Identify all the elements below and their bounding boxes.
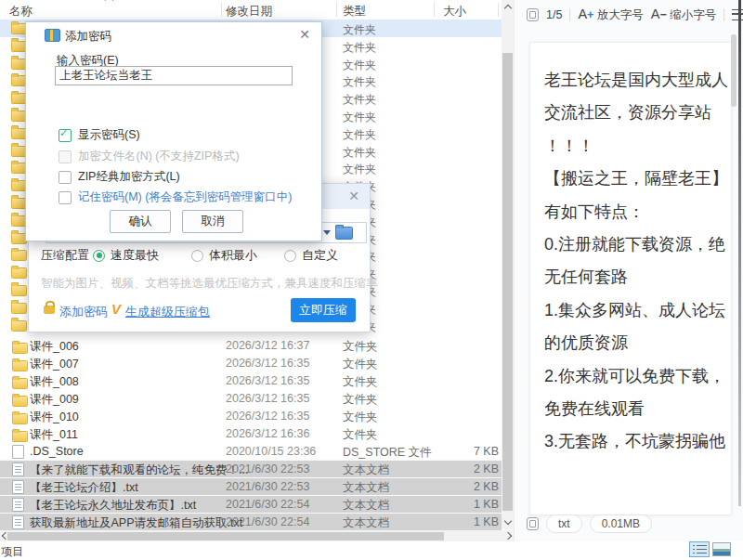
cancel-button[interactable]: 取消: [182, 210, 243, 233]
column-divider[interactable]: [336, 3, 337, 17]
file-name[interactable]: 课件_011: [30, 427, 78, 443]
file-icon-slot: [12, 339, 28, 353]
folder-icon: [12, 396, 28, 407]
pane-right-edge: [738, 0, 741, 506]
details-view-button[interactable]: [689, 541, 710, 557]
scroll-up-icon[interactable]: [504, 5, 512, 12]
radio-label: 自定义: [302, 247, 338, 264]
file-date: 2021/6/30 22:53: [226, 480, 309, 493]
thumbnail-view-button[interactable]: [712, 542, 731, 556]
file-type: 文件夹: [343, 339, 378, 355]
column-size[interactable]: 大小: [443, 4, 466, 20]
horizontal-scrollbar[interactable]: [0, 530, 514, 541]
file-icon-slot: [12, 410, 28, 423]
table-row[interactable]: 【老王论坛永久地址发布页】.txt 2021/6/30 22:54 文本文档 1…: [0, 495, 502, 513]
checkbox-icon[interactable]: ✓: [59, 129, 72, 142]
scroll-down-icon[interactable]: [504, 517, 512, 525]
add-password-dialog: 添加密码 ✕ 输入密码(E) ✓ 显示密码(S) ✓ 加密文件名(N) (不支持…: [25, 21, 322, 241]
radio-option[interactable]: 自定义: [284, 247, 338, 264]
preview-text-line: 1.集众多网站、成人论坛: [544, 294, 731, 327]
table-row[interactable]: 课件_007 2026/3/12 16:35 文件夹: [0, 354, 502, 371]
add-password-link[interactable]: 添加密码: [59, 304, 108, 320]
table-row[interactable]: 【老王论坛介绍】.txt 2021/6/30 22:53 文本文档 2 KB: [0, 477, 502, 495]
checkbox-icon[interactable]: ✓: [59, 171, 72, 184]
file-type: 文件夹: [343, 410, 378, 425]
file-icon-slot: [12, 357, 28, 371]
column-divider[interactable]: [498, 3, 499, 17]
file-name[interactable]: 课件_006: [30, 339, 79, 355]
file-name[interactable]: .DS_Store: [30, 445, 84, 458]
scroll-right-icon[interactable]: [504, 532, 512, 540]
file-name[interactable]: 获取最新地址及APP请发邮箱自动获取.txt: [30, 515, 242, 531]
preview-scrollbar-thumb[interactable]: [731, 34, 736, 107]
column-header-row: 名称 修改日期 类型 大小: [0, 0, 502, 20]
status-bar: 项目: [0, 541, 743, 560]
confirm-button[interactable]: 确认: [110, 210, 171, 233]
preview-text: 老王论坛是国内大型成人交流社区，资源分享站！！！【搬运之王，隔壁老王】有如下特点…: [530, 43, 731, 459]
password-input[interactable]: [55, 66, 293, 85]
file-type: 文本文档: [343, 480, 389, 496]
radio-icon[interactable]: [284, 250, 296, 262]
checkbox-row[interactable]: ✓ ZIP经典加密方式(L): [59, 169, 180, 185]
table-row[interactable]: 课件_011 2026/3/12 16:36 文件夹: [0, 424, 502, 442]
chevron-down-icon[interactable]: [323, 230, 331, 235]
text-file-icon: [12, 480, 24, 494]
folder-icon: [11, 303, 27, 314]
table-row[interactable]: 【来了就能下载和观看的论坛，纯免费！... 2021/6/30 22:53 文本…: [0, 460, 502, 477]
file-name[interactable]: 课件_010: [30, 410, 79, 425]
checkbox-row[interactable]: ✓ 记住密码(M) (将会备忘到密码管理窗口中): [59, 189, 293, 205]
zoom-in-button[interactable]: A+ 放大字号: [578, 7, 643, 23]
super-package-link[interactable]: 生成超级压缩包: [125, 304, 210, 320]
table-row[interactable]: 课件_008 2026/3/12 16:35 文件夹: [0, 371, 502, 389]
preview-text-line: ！！！: [544, 130, 731, 163]
browse-folder-icon[interactable]: [335, 227, 353, 240]
horizontal-scrollbar-thumb[interactable]: [7, 532, 444, 540]
file-name[interactable]: 【来了就能下载和观看的论坛，纯免费！...: [30, 462, 248, 478]
radio-icon[interactable]: [191, 250, 203, 262]
column-divider[interactable]: [434, 3, 435, 17]
radio-option[interactable]: 速度最快: [93, 247, 159, 264]
table-row[interactable]: 课件_006 2026/3/12 16:37 文件夹: [0, 336, 502, 354]
table-row[interactable]: .DS_Store 2020/10/15 23:36 DS_STORE 文件 7…: [0, 442, 502, 460]
file-name[interactable]: 课件_009: [30, 392, 79, 408]
vertical-scrollbar[interactable]: [502, 0, 514, 529]
table-row[interactable]: 课件_009 2026/3/12 16:35 文件夹: [0, 389, 502, 407]
dialog-title: 添加密码: [65, 29, 111, 45]
table-row[interactable]: 获取最新地址及APP请发邮箱自动获取.txt 2021/6/30 22:54 文…: [0, 513, 502, 530]
file-name[interactable]: 【老王论坛介绍】.txt: [30, 480, 138, 496]
text-file-icon: [12, 498, 24, 512]
vertical-scrollbar-thumb[interactable]: [502, 53, 513, 511]
close-icon[interactable]: ✕: [299, 27, 310, 42]
file-size: 1 KB: [423, 498, 499, 511]
zoom-out-button[interactable]: A− 缩小字号: [651, 7, 716, 23]
table-row[interactable]: 课件_010 2026/3/12 16:35 文件夹: [0, 407, 502, 424]
column-divider[interactable]: [221, 3, 222, 17]
column-type[interactable]: 类型: [343, 4, 366, 20]
column-name[interactable]: 名称: [9, 4, 33, 20]
file-icon-slot: [12, 392, 28, 406]
file-name[interactable]: 【老王论坛永久地址发布页】.txt: [30, 498, 196, 514]
compress-now-button[interactable]: 立即压缩: [291, 298, 356, 322]
preview-footer: txt 0.01MB: [527, 514, 652, 533]
file-name[interactable]: 课件_008: [30, 374, 79, 390]
file-type: 文本文档: [343, 462, 389, 478]
checkbox-row[interactable]: ✓ 显示密码(S): [59, 127, 140, 143]
checkbox-icon[interactable]: ✓: [59, 191, 72, 204]
file-type: 文件夹: [343, 127, 376, 143]
text-file-icon: [12, 462, 24, 476]
file-name[interactable]: 课件_007: [30, 357, 79, 372]
checkbox-row[interactable]: ✓ 加密文件名(N) (不支持ZIP格式): [59, 149, 240, 164]
radio-icon[interactable]: [93, 250, 105, 262]
checkbox-icon[interactable]: ✓: [59, 150, 72, 163]
file-date: 2021/6/30 22:54: [226, 515, 309, 528]
radio-option[interactable]: 体积最小: [191, 247, 257, 264]
close-icon[interactable]: ✕: [348, 189, 359, 203]
checkbox-label: 显示密码(S): [78, 127, 140, 143]
page-icon[interactable]: [527, 8, 539, 21]
radio-label: 速度最快: [111, 247, 159, 264]
column-date-modified[interactable]: 修改日期: [226, 4, 272, 20]
archive-icon: [45, 29, 60, 42]
compress-hint-text: 智能为图片、视频、文档等挑选最优压缩方式，兼具速度和压缩率: [41, 276, 378, 292]
folder-icon: [11, 250, 27, 261]
preview-text-line: 2.你来就可以免费下载，: [544, 360, 731, 393]
